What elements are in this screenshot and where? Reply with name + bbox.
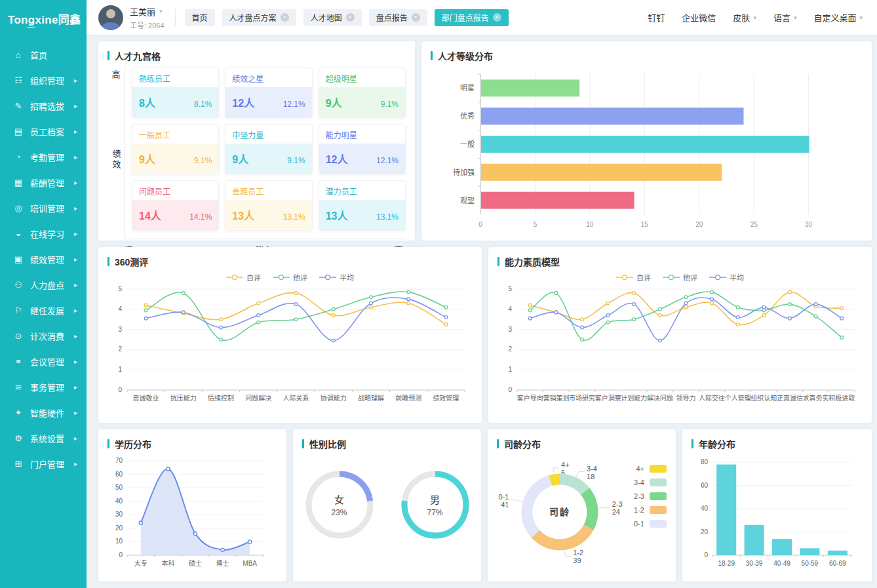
svg-text:40: 40 (115, 498, 123, 505)
svg-text:1-2: 1-2 (573, 549, 583, 557)
svg-text:30: 30 (805, 221, 813, 228)
avatar[interactable] (98, 5, 123, 30)
tenure-legend-1-2[interactable]: 1-2 (634, 506, 667, 514)
nine-grid-cell-8[interactable]: 差距员工13人13.1% (225, 180, 312, 231)
panel-title-row: 人才九宫格 (107, 49, 406, 62)
app-logo[interactable]: Tongxine同鑫 (0, 0, 87, 37)
gender-donut-女[interactable]: 女23% (305, 470, 374, 539)
gender-donuts: 女23%男77% (302, 470, 472, 539)
sidebar-item-talent-review[interactable]: ⚇人力盘点▸ (0, 272, 87, 298)
nine-grid-cell-2[interactable]: 绩效之星12人12.1% (225, 68, 312, 118)
legend-label: 他评 (293, 272, 307, 283)
topbar-link-1[interactable]: 钉钉 (648, 11, 665, 24)
svg-text:计划能力: 计划能力 (621, 394, 647, 402)
legend-label: 平均 (730, 272, 744, 283)
tab-5[interactable]: 部门盘点报告× (435, 9, 509, 26)
tab-4[interactable]: 盘点报告× (369, 9, 427, 26)
sidebar-item-home[interactable]: ⌂首页 (0, 42, 87, 68)
sidebar-item-portal[interactable]: ⊞门户管理▸ (0, 451, 87, 477)
topbar-link-5[interactable]: 自定义桌面▾ (813, 11, 863, 24)
svg-text:情绪控制: 情绪控制 (208, 394, 234, 402)
svg-text:3-4: 3-4 (587, 465, 597, 473)
cell-count: 9人 (326, 94, 342, 110)
gender-donut-男[interactable]: 男77% (400, 470, 470, 539)
topbar-link-4[interactable]: 语言▾ (773, 11, 797, 24)
svg-text:解决问题: 解决问题 (647, 394, 673, 402)
svg-text:客户导向: 客户导向 (517, 394, 543, 402)
sidebar-item-online-learning[interactable]: ◒在线学习▸ (0, 221, 87, 246)
tenure-legend-2-3[interactable]: 2-3 (634, 492, 667, 500)
tab-close-icon[interactable]: × (281, 13, 289, 22)
topbar-link-3[interactable]: 皮肤▾ (733, 11, 756, 24)
sidebar-item-attendance[interactable]: ◔考勤管理▸ (0, 144, 87, 170)
topbar-link-label: 企业微信 (682, 11, 716, 24)
tab-2[interactable]: 人才盘点方案× (222, 9, 296, 26)
sidebar-item-smart-hardware[interactable]: ✦智能硬件▸ (0, 400, 87, 425)
tab-3[interactable]: 人才地图× (303, 9, 362, 26)
tab-label: 人才地图 (311, 12, 342, 23)
sidebar-item-succession[interactable]: ⚐继任发展▸ (0, 298, 87, 323)
sidebar-item-affairs[interactable]: ≋事务管理▸ (0, 374, 87, 400)
chevron-down-icon[interactable]: ▾ (159, 8, 163, 14)
legend-item-他评[interactable]: 他评 (273, 272, 307, 283)
svg-text:50: 50 (115, 484, 123, 491)
nine-grid-cell-5[interactable]: 中坚力量9人9.1% (225, 124, 312, 174)
sidebar-item-consumption[interactable]: ⊙计次消费▸ (0, 323, 87, 349)
svg-text:60-69: 60-69 (829, 560, 846, 567)
nine-grid-cell-9[interactable]: 潜力员工13人13.1% (319, 180, 406, 231)
svg-text:10: 10 (586, 221, 594, 228)
tab-close-icon[interactable]: × (493, 13, 501, 22)
chevron-right-icon: ▸ (74, 102, 77, 109)
nine-grid-cell-6[interactable]: 能力明星12人12.1% (319, 124, 406, 174)
nine-grid-cell-7[interactable]: 问题员工14人14.1% (132, 180, 219, 231)
sidebar: Tongxine同鑫 ⌂首页☷组织管理▸✎招聘选拔▸▤员工档案▸◔考勤管理▸▦薪… (0, 0, 87, 588)
sidebar-item-label: 事务管理 (30, 381, 64, 393)
legend-item-平均[interactable]: 平均 (319, 272, 354, 283)
sidebar-item-organization[interactable]: ☷组织管理▸ (0, 68, 87, 93)
cell-value-row: 9人9.1% (319, 87, 405, 117)
sidebar-item-meetings[interactable]: ⚭会议管理▸ (0, 349, 87, 374)
tenure-legend-4+[interactable]: 4+ (634, 465, 667, 473)
sidebar-item-label: 系统设置 (30, 432, 64, 444)
cell-title: 超级明星 (319, 68, 405, 87)
sidebar-item-label: 会议管理 (30, 355, 64, 368)
legend-item-他评[interactable]: 他评 (663, 272, 697, 283)
sidebar-item-training[interactable]: ◎培训管理▸ (0, 195, 87, 221)
topbar-link-2[interactable]: 企业微信 (682, 11, 716, 24)
nine-grid-cell-3[interactable]: 超级明星9人9.1% (319, 68, 406, 118)
sidebar-item-performance[interactable]: ▣绩效管理▸ (0, 246, 87, 272)
cell-title: 能力明星 (319, 125, 405, 144)
legend-swatch (650, 479, 667, 486)
sidebar-item-employee-files[interactable]: ▤员工档案▸ (0, 119, 87, 144)
svg-text:5: 5 (118, 285, 122, 292)
sidebar-item-system-settings[interactable]: ⚙系统设置▸ (0, 425, 87, 451)
legend-item-自评[interactable]: 自评 (616, 272, 651, 283)
topbar-links: 钉钉企业微信皮肤▾语言▾自定义桌面▾ (648, 11, 877, 24)
user-info[interactable]: 王美丽 ▾ 工号: 2064 (98, 5, 165, 30)
legend-item-平均[interactable]: 平均 (709, 272, 744, 283)
tab-close-icon[interactable]: × (346, 13, 355, 22)
cell-count: 12人 (232, 94, 254, 110)
portal-icon: ⊞ (13, 459, 24, 469)
sidebar-item-compensation[interactable]: ▦薪酬管理▸ (0, 170, 87, 195)
tab-close-icon[interactable]: × (412, 13, 420, 22)
svg-text:3: 3 (508, 326, 512, 333)
nine-grid-cell-4[interactable]: 一般员工9人9.1% (132, 124, 219, 174)
topbar-link-label: 皮肤 (733, 11, 750, 24)
sidebar-item-recruitment[interactable]: ✎招聘选拔▸ (0, 93, 87, 119)
eval360-chart: 自评他评平均012345忠诚敬业抗压能力情绪控制问题解决人际关系协调能力战略理解… (107, 272, 473, 406)
tab-1[interactable]: 首页 (185, 9, 215, 26)
tenure-legend-0-1[interactable]: 0-1 (634, 520, 667, 528)
svg-text:40-49: 40-49 (773, 560, 790, 567)
legend-item-自评[interactable]: 自评 (226, 272, 261, 283)
svg-text:忠诚敬业: 忠诚敬业 (133, 394, 159, 402)
chevron-right-icon: ▸ (74, 358, 77, 365)
svg-text:39: 39 (573, 557, 581, 564)
cell-value-row: 12人12.1% (319, 144, 405, 174)
cell-percent: 9.1% (381, 100, 399, 109)
avatar-body (102, 22, 120, 30)
nine-grid-cell-1[interactable]: 熟练员工8人8.1% (132, 68, 219, 118)
tenure-legend-3-4[interactable]: 3-4 (634, 479, 667, 486)
chevron-down-icon: ▾ (753, 14, 756, 21)
panel-nine-grid: 人才九宫格 高绩效熟练员工8人8.1%绩效之星12人12.1%超级明星9人9.1… (98, 41, 415, 241)
